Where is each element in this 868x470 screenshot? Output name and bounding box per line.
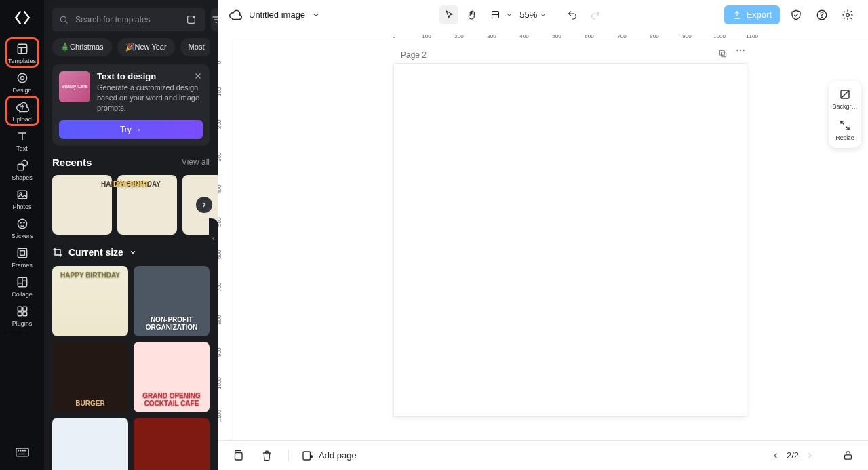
template-tile[interactable]: HAPPY BIRTHDAY	[52, 266, 128, 336]
svg-rect-0	[18, 44, 26, 53]
template-tile[interactable]: GRAND OPENING COCKTAIL CAFE	[134, 342, 210, 412]
text-icon	[16, 130, 29, 143]
redo-button[interactable]	[586, 5, 605, 24]
size-dropdown[interactable]: Current size	[52, 247, 210, 258]
add-page-button[interactable]: Add page	[301, 450, 357, 462]
search-input-wrap[interactable]	[52, 8, 205, 31]
svg-rect-18	[18, 307, 22, 311]
recents-row: HAPPY BIRTHDAY DISCOUNT	[52, 175, 210, 235]
add-page-label: Add page	[319, 450, 357, 461]
svg-point-11	[23, 222, 24, 223]
size-label: Current size	[68, 247, 123, 258]
canvas-size-menu[interactable]	[486, 5, 505, 24]
design-icon	[16, 71, 29, 85]
stickers-icon	[16, 217, 29, 231]
svg-point-31	[193, 16, 195, 18]
prev-page[interactable]	[772, 452, 780, 460]
rail-shapes[interactable]: Shapes	[6, 155, 39, 184]
svg-point-40	[821, 17, 822, 18]
left-rail: TemplatesDesignUploadTextShapesPhotosSti…	[0, 0, 44, 470]
svg-rect-19	[22, 307, 26, 311]
svg-point-44	[736, 50, 738, 51]
duplicate-page-icon[interactable]	[718, 49, 728, 58]
rail-design[interactable]: Design	[6, 67, 39, 96]
ttd-desc: Generate a customized design based on yo…	[97, 83, 203, 113]
rail-stickers[interactable]: Stickers	[6, 213, 39, 242]
close-icon[interactable]	[192, 70, 204, 82]
hand-tool[interactable]	[462, 5, 481, 24]
text-to-design-card: Beauty Care Text to design Generate a cu…	[52, 64, 210, 146]
rail-templates[interactable]: Templates	[6, 38, 39, 67]
rail-label: Design	[12, 87, 31, 94]
panel-collapse-handle[interactable]	[209, 218, 218, 259]
svg-point-45	[740, 50, 741, 51]
template-tile[interactable]: DIMSUM FOOD	[134, 418, 210, 470]
chip[interactable]: 🎉New Year	[117, 38, 175, 56]
svg-rect-53	[844, 455, 851, 459]
resize-label: Resize	[835, 134, 854, 141]
svg-line-48	[841, 90, 849, 98]
ai-search-icon[interactable]	[184, 12, 199, 27]
layers-icon[interactable]	[229, 446, 248, 465]
export-button[interactable]: Export	[724, 5, 780, 24]
recents-next[interactable]	[196, 197, 212, 213]
page-canvas[interactable]	[394, 64, 747, 416]
settings-icon[interactable]	[838, 5, 857, 24]
chevron-down-icon[interactable]	[506, 12, 513, 18]
rail-photos[interactable]: Photos	[6, 184, 39, 213]
app-logo[interactable]	[12, 7, 33, 28]
pointer-tool[interactable]	[439, 5, 458, 24]
upload-icon	[16, 100, 29, 114]
rail-collage[interactable]: Collage	[6, 271, 39, 300]
background-tool[interactable]: Backgr…	[832, 88, 857, 110]
shapes-icon	[16, 159, 29, 172]
rail-label: Frames	[12, 262, 33, 269]
rail-upload[interactable]: Upload	[6, 96, 39, 125]
ruler-vertical: 010020030040050060070080090010001100	[218, 43, 231, 440]
delete-icon[interactable]	[257, 446, 276, 465]
keyboard-shortcuts[interactable]	[6, 444, 39, 460]
next-page[interactable]	[806, 452, 814, 460]
lock-icon[interactable]	[838, 446, 857, 465]
zoom-display[interactable]: 55%	[517, 9, 549, 20]
help-icon[interactable]	[812, 5, 831, 24]
template-tile[interactable]: NON-PROFIT ORGANIZATION	[134, 266, 210, 336]
shield-icon[interactable]	[787, 5, 806, 24]
photos-icon	[16, 188, 29, 201]
resize-tool[interactable]: Resize	[835, 119, 854, 141]
recents-view-all[interactable]: View all	[182, 157, 210, 167]
right-toolbar: Backgr… Resize	[829, 81, 861, 148]
chip[interactable]: Most	[180, 38, 210, 56]
svg-point-10	[20, 222, 20, 223]
rail-plugins[interactable]: Plugins	[6, 300, 39, 330]
svg-point-27	[24, 450, 25, 451]
template-tile[interactable]: CAPCUT COMPANY	[52, 418, 128, 470]
svg-point-6	[22, 161, 27, 166]
svg-point-46	[743, 50, 745, 51]
page-label: Page 2	[401, 50, 427, 60]
canvas-area[interactable]: Page 2	[231, 43, 868, 440]
chevron-down-icon[interactable]	[312, 11, 320, 19]
svg-point-24	[18, 450, 18, 451]
more-icon[interactable]	[736, 49, 745, 58]
filter-button[interactable]	[211, 8, 218, 31]
document-name[interactable]: Untitled image	[249, 9, 305, 20]
rail-frames[interactable]: Frames	[6, 242, 39, 271]
crop-icon	[52, 247, 63, 258]
ttd-title: Text to design	[97, 71, 203, 81]
page-indicator: 2/2	[787, 450, 799, 461]
cloud-icon[interactable]	[229, 8, 242, 22]
svg-line-29	[66, 22, 68, 24]
topbar: Untitled image 55%	[218, 0, 868, 30]
recent-item[interactable]: DISCOUNT	[117, 175, 177, 235]
undo-button[interactable]	[563, 5, 582, 24]
templates-icon	[16, 42, 29, 56]
svg-rect-22	[16, 448, 28, 456]
rail-text[interactable]: Text	[6, 125, 39, 155]
search-input[interactable]	[74, 14, 178, 25]
chip[interactable]: 🎄Christmas	[52, 38, 112, 56]
template-tile[interactable]: BURGER	[52, 342, 128, 412]
ttd-try-button[interactable]: Try →	[59, 120, 203, 139]
svg-point-9	[18, 219, 26, 228]
rail-label: Plugins	[12, 321, 33, 327]
